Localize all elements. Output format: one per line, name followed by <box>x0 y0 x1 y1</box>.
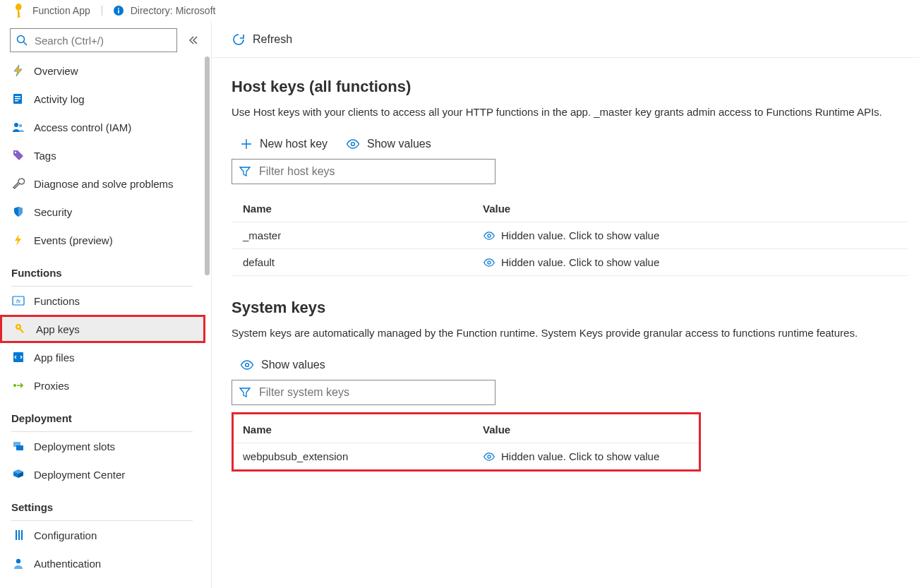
svg-point-24 <box>16 559 20 563</box>
sidebar-item-label: Diagnose and solve problems <box>34 178 174 190</box>
new-host-key-button[interactable]: New host key <box>240 138 328 150</box>
code-file-icon <box>11 350 25 364</box>
header-divider <box>102 6 102 16</box>
svg-rect-21 <box>16 530 17 540</box>
sidebar-item-label: Overview <box>34 65 78 77</box>
sidebar-item-label: Events (preview) <box>34 234 113 246</box>
sidebar-item-label: Deployment slots <box>34 440 115 452</box>
host-keys-title: Host keys (all functions) <box>232 78 908 96</box>
col-name-header: Name <box>232 418 471 443</box>
new-host-key-label: New host key <box>260 138 328 150</box>
scrollbar-thumb[interactable] <box>205 56 210 275</box>
col-value-header: Value <box>471 418 701 443</box>
svg-point-18 <box>13 384 16 387</box>
filter-system-keys[interactable] <box>232 380 495 405</box>
hidden-value-text[interactable]: Hidden value. Click to show value <box>501 450 659 462</box>
eye-icon <box>240 360 254 370</box>
svg-point-10 <box>19 124 22 127</box>
sidebar-item-label: Security <box>34 206 72 218</box>
table-row[interactable]: default Hidden value. Click to show valu… <box>232 249 908 276</box>
refresh-icon <box>232 32 246 47</box>
sidebar-group-deployment: Deployment <box>0 400 204 428</box>
sidebar-item-security[interactable]: Security <box>0 198 204 226</box>
key-name: _master <box>232 222 471 249</box>
svg-point-25 <box>352 143 355 146</box>
host-keys-table: Name Value _master <box>232 197 908 276</box>
command-bar: Refresh <box>212 21 919 58</box>
hidden-value-text[interactable]: Hidden value. Click to show value <box>501 229 659 241</box>
sidebar-item-label: Authentication <box>34 558 101 570</box>
sidebar-item-label: Configuration <box>34 529 97 541</box>
sidebar-item-label: Tags <box>34 150 56 162</box>
sidebar-collapse-button[interactable] <box>184 32 201 49</box>
slots-icon <box>11 439 25 453</box>
sidebar-item-label: Deployment Center <box>34 469 125 481</box>
search-icon <box>16 35 28 46</box>
arrow-right-icon <box>11 378 25 392</box>
main-panel: Refresh Host keys (all functions) Use Ho… <box>212 21 919 588</box>
resource-header: Function App Directory: Microsoft <box>0 0 919 21</box>
people-icon <box>11 120 25 134</box>
table-row[interactable]: webpubsub_extension Hidden value. Click … <box>232 443 701 470</box>
refresh-button[interactable]: Refresh <box>232 32 292 47</box>
sidebar-item-label: App files <box>34 352 75 364</box>
svg-point-26 <box>488 234 491 236</box>
lightning-icon <box>11 64 25 78</box>
log-icon <box>11 92 25 106</box>
sidebar-item-configuration[interactable]: Configuration <box>0 521 204 549</box>
system-keys-title: System keys <box>232 299 908 317</box>
filter-icon <box>239 387 251 398</box>
table-row[interactable]: _master Hidden value. Click to show valu… <box>232 222 908 249</box>
sidebar-group-functions: Functions <box>0 254 204 283</box>
svg-point-3 <box>18 36 25 43</box>
svg-rect-1 <box>118 10 119 13</box>
show-values-button[interactable]: Show values <box>346 138 431 150</box>
key-icon <box>13 322 28 336</box>
filter-host-keys-input[interactable] <box>258 164 488 179</box>
sidebar-item-access-control[interactable]: Access control (IAM) <box>0 113 204 141</box>
sidebar-item-deployment-slots[interactable]: Deployment slots <box>0 432 204 460</box>
sidebar-search[interactable] <box>10 28 177 52</box>
hidden-value-text[interactable]: Hidden value. Click to show value <box>501 256 659 268</box>
sidebar-item-tags[interactable]: Tags <box>0 141 204 169</box>
svg-text:fx: fx <box>16 298 21 304</box>
eye-icon[interactable] <box>483 452 495 461</box>
shield-icon <box>11 205 25 219</box>
show-system-values-button[interactable]: Show values <box>240 359 325 371</box>
sidebar-item-app-keys[interactable]: App keys <box>0 315 205 343</box>
system-keys-description: System keys are automatically managed by… <box>232 325 895 340</box>
plus-icon <box>240 138 253 150</box>
svg-rect-7 <box>15 98 20 100</box>
sidebar-group-settings: Settings <box>0 488 204 517</box>
sidebar-item-events[interactable]: Events (preview) <box>0 226 204 254</box>
sidebar-item-diagnose[interactable]: Diagnose and solve problems <box>0 169 204 198</box>
svg-point-27 <box>488 260 491 263</box>
svg-rect-23 <box>21 530 23 540</box>
sidebar-search-input[interactable] <box>33 34 171 47</box>
sidebar-item-activity-log[interactable]: Activity log <box>0 85 204 113</box>
sidebar-item-overview[interactable]: Overview <box>0 56 204 85</box>
filter-system-keys-input[interactable] <box>258 385 488 400</box>
eye-icon[interactable] <box>483 232 495 240</box>
bolt-icon <box>11 233 25 247</box>
sidebar: Overview Activity log Access control (IA… <box>0 21 212 588</box>
filter-icon <box>239 166 251 177</box>
sidebar-item-deployment-center[interactable]: Deployment Center <box>0 460 204 488</box>
show-values-label: Show values <box>367 138 431 150</box>
filter-host-keys[interactable] <box>232 159 495 184</box>
svg-point-11 <box>15 152 16 153</box>
svg-rect-8 <box>15 100 18 102</box>
eye-icon[interactable] <box>483 258 495 267</box>
sidebar-item-app-files[interactable]: App files <box>0 343 204 371</box>
svg-line-4 <box>24 42 28 46</box>
tag-icon <box>11 148 25 162</box>
key-name: default <box>232 249 471 276</box>
sidebar-item-authentication[interactable]: Authentication <box>0 549 204 577</box>
sidebar-item-label: Access control (IAM) <box>34 121 131 133</box>
sidebar-item-proxies[interactable]: Proxies <box>0 371 204 400</box>
sidebar-item-functions[interactable]: fx Functions <box>0 287 204 315</box>
directory-value: Microsoft <box>176 5 216 16</box>
sidebar-item-label: Activity log <box>34 93 85 105</box>
col-name-header: Name <box>232 197 471 222</box>
resource-type-label: Function App <box>32 5 90 16</box>
